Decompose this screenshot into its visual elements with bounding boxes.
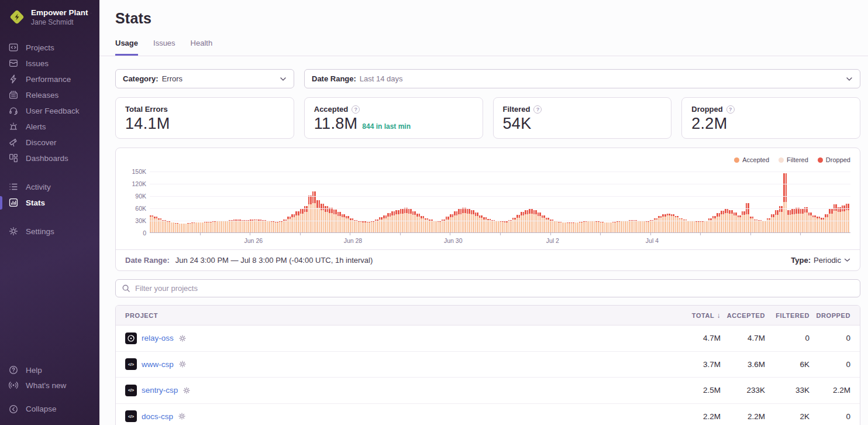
chart-bar[interactable] [177, 223, 178, 232]
chart-bar[interactable] [502, 221, 504, 232]
chart-bar[interactable] [243, 220, 245, 232]
chart-bar[interactable] [381, 217, 383, 232]
chart-bar[interactable] [633, 220, 635, 232]
chart-bar[interactable] [600, 222, 602, 232]
chart-bar[interactable] [556, 221, 558, 232]
chart-bar[interactable] [471, 210, 473, 232]
chart-bar[interactable] [719, 213, 721, 232]
chart-bar[interactable] [535, 210, 537, 232]
chart-bar[interactable] [154, 217, 156, 232]
chart-bar[interactable] [252, 220, 254, 232]
chart-bar[interactable] [825, 214, 826, 232]
chart-bar[interactable] [225, 221, 226, 232]
chart-bar[interactable] [223, 221, 225, 232]
chart-bar[interactable] [669, 214, 670, 232]
chart-bar[interactable] [567, 222, 569, 232]
chart-bar[interactable] [164, 220, 166, 232]
chart-bar[interactable] [773, 214, 774, 232]
chart-bar[interactable] [702, 221, 704, 232]
chart-bar[interactable] [631, 220, 633, 232]
chart-bar[interactable] [538, 212, 539, 232]
chart-bar[interactable] [629, 220, 631, 232]
chart-bar[interactable] [219, 221, 221, 232]
chart-bar[interactable] [577, 222, 578, 232]
chart-bar[interactable] [616, 221, 618, 232]
chart-bar[interactable] [554, 221, 556, 232]
chart-bar[interactable] [447, 217, 449, 232]
chart-bar[interactable] [804, 207, 806, 232]
chart-bar[interactable] [612, 222, 614, 232]
chart-bar[interactable] [552, 220, 554, 232]
chart-bar[interactable] [181, 224, 182, 232]
project-link[interactable]: sentry-csp [142, 386, 178, 395]
chart-bar[interactable] [277, 222, 278, 232]
chart-bar[interactable] [667, 214, 669, 232]
chart-bar[interactable] [575, 222, 577, 232]
chart-bar[interactable] [179, 224, 181, 232]
chart-bar[interactable] [342, 214, 343, 232]
chart-bar[interactable] [190, 223, 191, 232]
chart-bar[interactable] [171, 222, 173, 232]
chart-bar[interactable] [569, 222, 570, 232]
chart-bar[interactable] [523, 212, 525, 232]
project-link[interactable]: docs-csp [142, 412, 173, 421]
chart-bar[interactable] [429, 220, 430, 232]
chart-bar[interactable] [327, 206, 329, 232]
chart-bar[interactable] [771, 214, 773, 232]
chart-bar[interactable] [798, 208, 800, 232]
chart-bar[interactable] [204, 222, 206, 232]
chart-bar[interactable] [810, 212, 812, 232]
chart-bar[interactable] [581, 222, 583, 232]
chart-bar[interactable] [412, 211, 414, 232]
chart-bar[interactable] [433, 221, 435, 232]
chart-bar[interactable] [210, 222, 212, 232]
chart-bar[interactable] [394, 211, 395, 232]
chart-bar[interactable] [227, 221, 229, 232]
chart-bar[interactable] [671, 214, 673, 232]
sidebar-item-issues[interactable]: Issues [0, 56, 99, 71]
help-circle-icon[interactable]: ? [533, 105, 542, 114]
chart-bar[interactable] [221, 221, 222, 232]
chart-bar[interactable] [547, 218, 549, 232]
chart-bar[interactable] [247, 220, 249, 232]
chart-bar[interactable] [481, 215, 483, 232]
chart-bar[interactable] [495, 221, 497, 232]
chart-bar[interactable] [817, 217, 818, 232]
chart-bar[interactable] [262, 220, 264, 232]
chart-bar[interactable] [827, 214, 829, 232]
chart-bar[interactable] [652, 220, 654, 232]
chart-bar[interactable] [795, 208, 797, 232]
tab-usage[interactable]: Usage [115, 39, 138, 56]
chart-bar[interactable] [390, 213, 391, 232]
chart-bar[interactable] [295, 211, 297, 232]
chart-bar[interactable] [764, 221, 766, 232]
chart-bar[interactable] [686, 220, 687, 232]
chart-bar[interactable] [314, 191, 316, 232]
chart-bar[interactable] [706, 221, 708, 232]
chart-bar[interactable] [325, 206, 326, 232]
chart-bar[interactable] [539, 212, 541, 232]
chart-bar[interactable] [275, 222, 277, 232]
chart-bar[interactable] [368, 222, 370, 232]
sidebar-item-stats[interactable]: Stats [0, 195, 99, 211]
project-settings-gear-icon[interactable] [178, 412, 186, 420]
chart-bar[interactable] [585, 221, 587, 232]
chart-bar[interactable] [594, 221, 595, 232]
chart-bar[interactable] [508, 220, 510, 232]
category-select[interactable]: Category: Errors [115, 69, 294, 88]
chart-type-select[interactable]: Type: Periodic [791, 256, 850, 265]
chart-bar[interactable] [543, 215, 545, 232]
chart-bar[interactable] [479, 215, 481, 232]
chart-bar[interactable] [304, 206, 306, 232]
chart-bar[interactable] [242, 220, 243, 232]
chart-bar[interactable] [298, 211, 299, 232]
chart-bar[interactable] [454, 211, 456, 232]
chart-bar[interactable] [743, 211, 745, 232]
chart-bar[interactable] [638, 221, 639, 232]
chart-bar[interactable] [423, 216, 425, 232]
project-filter-input[interactable] [135, 284, 854, 293]
sidebar-item-user-feedback[interactable]: User Feedback [0, 103, 99, 119]
chart-bar[interactable] [202, 222, 204, 232]
chart-bar[interactable] [786, 173, 787, 233]
chart-bar[interactable] [623, 221, 625, 232]
